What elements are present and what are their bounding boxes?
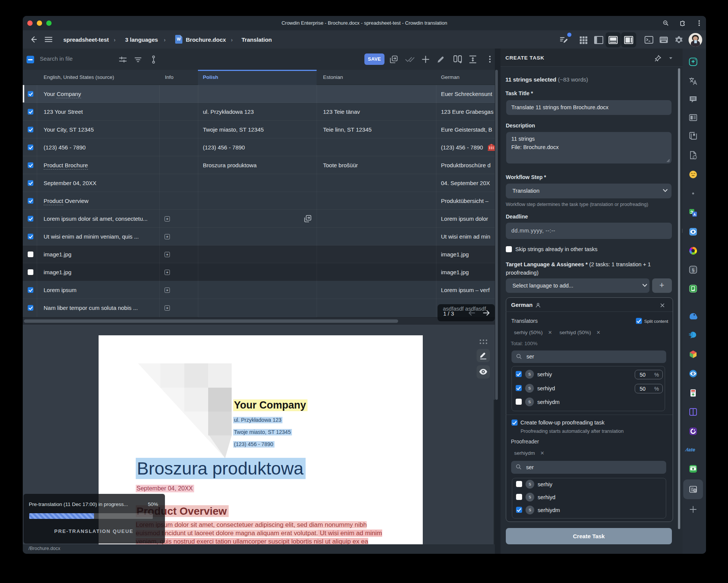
svg-text:i: i: [694, 156, 695, 159]
svg-text:§: §: [692, 267, 694, 273]
